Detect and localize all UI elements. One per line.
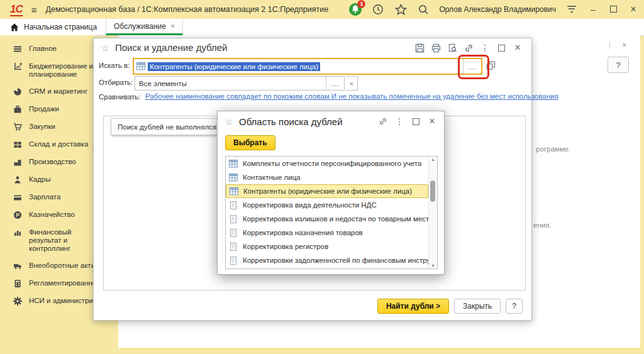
sidebar-item-treasury[interactable]: РКазначейство (0, 206, 94, 224)
document-icon (229, 243, 238, 251)
sidebar-item-label: Производство (29, 158, 76, 166)
favorite-star-icon[interactable]: ☆ (101, 43, 109, 53)
sidebar-item-regulated[interactable]: Регламентированный учет (0, 275, 94, 292)
list-item[interactable]: Корректировка вида деятельности НДС (226, 198, 428, 212)
dialog-close-icon[interactable]: × (513, 43, 523, 53)
preview-icon[interactable] (447, 43, 457, 53)
save-icon[interactable] (414, 43, 425, 53)
maximize-button[interactable] (608, 4, 619, 14)
sidebar-item-crm[interactable]: CRM и маркетинг (0, 83, 94, 101)
sidebar-item-assets[interactable]: Внеоборотные активы (0, 257, 94, 275)
sidebar-item-purchases[interactable]: Закупки (0, 118, 94, 136)
current-user[interactable]: Орлов Александр Владимирович (439, 5, 556, 14)
background-close-icon[interactable]: × (622, 40, 627, 50)
notifications-button[interactable]: 1 (348, 3, 362, 16)
list-item-label: Корректировка назначения товаров (243, 229, 363, 236)
notification-badge: 1 (357, 0, 365, 8)
background-more-icon[interactable]: ⋮ (606, 40, 614, 50)
list-item-label: Контрагенты (юридические или физические … (243, 187, 412, 195)
list-item[interactable]: Корректировка регистров (226, 240, 428, 253)
list-item-label: Корректировки задолженностей по финансов… (243, 257, 428, 264)
favorites-button[interactable] (394, 3, 408, 16)
sidebar-item-salary[interactable]: Зарплата (0, 189, 94, 206)
home-page-button[interactable]: Начальная страница (0, 19, 106, 35)
help-button[interactable]: ? (506, 299, 523, 314)
list-item[interactable]: Комплекты отчетности персонифицированног… (226, 157, 428, 170)
main-menu-icon[interactable]: ≡ (31, 4, 37, 15)
sidebar-item-label: Склад и доставка (29, 140, 88, 148)
list-item-label: Корректировка регистров (243, 243, 328, 250)
search-button[interactable] (416, 3, 430, 16)
regulated-icon (13, 279, 23, 288)
list-item-selected[interactable]: Контрагенты (юридические или физические … (226, 184, 428, 198)
document-icon (229, 257, 238, 265)
sidebar-item-menu[interactable]: Главное (0, 40, 94, 58)
background-text-fragment: ения. (533, 221, 552, 229)
scrollbar-thumb[interactable] (430, 180, 435, 202)
search-area-list: Комплекты отчетности персонифицированног… (225, 156, 438, 269)
close-window-button[interactable]: × (628, 4, 639, 15)
scroll-up-icon[interactable]: ▲ (429, 157, 437, 162)
search-in-field[interactable]: Контрагенты (юридические или физические … (133, 58, 482, 75)
title-bar: 1С ≡ Демонстрационная база / 1С:Комплекс… (0, 0, 644, 19)
list-item[interactable]: Корректировка излишков и недостач по тов… (226, 212, 428, 226)
tab-close-icon[interactable]: × (170, 22, 175, 31)
sidebar-item-hr[interactable]: Кадры (0, 171, 94, 189)
list-item[interactable]: Корректировка назначения товаров (226, 226, 428, 240)
close-dialog-button[interactable]: Закрыть (454, 299, 501, 314)
list-item[interactable]: Корректировки задолженностей по финансов… (226, 253, 428, 267)
sidebar-item-admin[interactable]: НСИ и администрирование (0, 292, 94, 310)
print-icon[interactable] (431, 43, 441, 53)
admin-icon (13, 297, 23, 306)
service-menu-button[interactable] (565, 3, 579, 16)
more-actions-icon[interactable]: ⋮ (395, 117, 404, 126)
purchases-icon (13, 123, 23, 131)
sidebar-item-label: Закупки (29, 123, 55, 131)
more-actions-icon[interactable]: ⋮ (480, 43, 490, 53)
modal-maximize-icon[interactable] (411, 117, 420, 126)
modal-close-icon[interactable]: × (428, 117, 436, 126)
duplicate-search-area-modal: ☆ Область поиска дублей ⋮ × Выбрать Комп… (217, 111, 445, 275)
application-window: 1С ≡ Демонстрационная база / 1С:Комплекс… (0, 0, 644, 354)
background-help-button[interactable]: ? (608, 57, 629, 73)
maximize-icon (413, 118, 419, 125)
favorite-star-icon[interactable]: ☆ (225, 117, 233, 127)
dialog-maximize-icon[interactable] (496, 43, 506, 53)
sidebar-item-sales[interactable]: Продажи (0, 101, 94, 118)
sidebar-item-warehouse[interactable]: Склад и доставка (0, 136, 94, 153)
table-icon (230, 187, 238, 196)
modal-title: Область поиска дублей (239, 116, 343, 127)
compare-rule-link[interactable]: Рабочее наименование совпадает по похожи… (145, 92, 523, 100)
sidebar-item-production[interactable]: Производство (0, 153, 94, 171)
find-duplicates-button[interactable]: Найти дубли > (377, 299, 449, 314)
service-menu-icon (566, 4, 577, 14)
filter-clear-button[interactable]: × (346, 76, 358, 91)
list-item[interactable]: Контактные лица (226, 170, 428, 184)
filter-choose-button[interactable]: ... (326, 77, 344, 90)
document-icon (229, 201, 238, 209)
clock-icon (372, 4, 384, 15)
list-item-label: Комплекты отчетности персонифицированног… (243, 160, 421, 167)
history-button[interactable] (371, 3, 385, 16)
home-icon (10, 23, 19, 31)
scroll-down-icon[interactable]: ▼ (429, 263, 437, 268)
minimize-button[interactable]: – (587, 4, 599, 14)
sidebar-item-finance[interactable]: Финансовый результат и контроллинг (0, 224, 94, 257)
svg-text:Р: Р (16, 212, 19, 218)
list-item-label: Контактные лица (243, 174, 301, 181)
tab-service[interactable]: Обслуживание × (106, 19, 183, 35)
get-link-icon[interactable] (464, 43, 474, 53)
app-title: Демонстрационная база / 1С:Комплексная а… (46, 5, 329, 14)
section-sidebar: ГлавноеБюджетирование и планированиеCRM … (0, 35, 94, 354)
select-button[interactable]: Выбрать (225, 135, 275, 150)
list-scrollbar[interactable]: ▲ ▼ (428, 157, 437, 268)
catalog-table-icon (136, 62, 145, 70)
maximize-icon (498, 45, 505, 52)
document-icon (229, 215, 238, 223)
sidebar-item-planning[interactable]: Бюджетирование и планирование (0, 58, 94, 83)
warehouse-icon (13, 140, 23, 149)
get-link-icon[interactable] (379, 117, 387, 126)
assets-icon (13, 262, 23, 270)
filter-field[interactable]: Все элементы ... (135, 76, 345, 91)
sidebar-item-label: Внеоборотные активы (29, 262, 94, 270)
